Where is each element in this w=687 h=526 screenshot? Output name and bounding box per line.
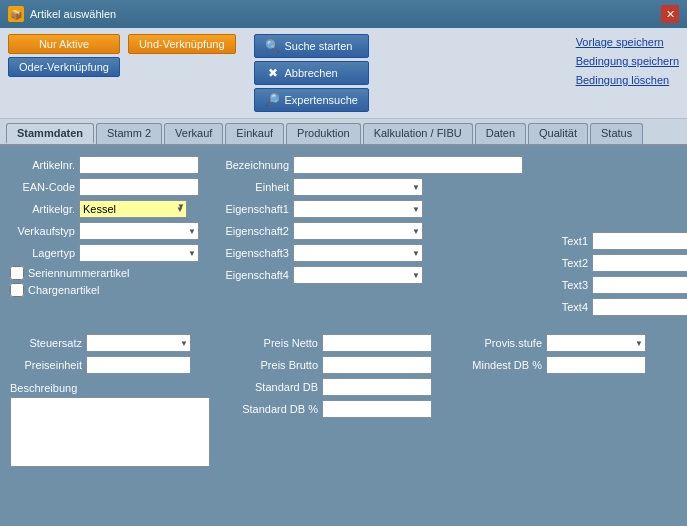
provis-stufe-label: Provis.stufe [470,337,542,349]
eigenschaft2-row: Eigenschaft2 [219,222,523,240]
expertensuche-button[interactable]: 🔎 Expertensuche [254,88,369,112]
text4-input[interactable] [592,298,687,316]
verkaufstyp-row: Verkaufstyp [10,222,199,240]
eigenschaft1-select[interactable] [293,200,423,218]
tab-einkauf[interactable]: Einkauf [225,123,284,144]
preiseinheit-row: Preiseinheit [10,356,210,374]
tab-daten[interactable]: Daten [475,123,526,144]
lagertyp-select[interactable] [79,244,199,262]
toolbar-group-actions: 🔍 Suche starten ✖ Abbrechen 🔎 Expertensu… [254,34,369,112]
bedingung-loeschen-button[interactable]: Bedingung löschen [576,72,679,88]
standard-db-row: Standard DB [230,378,440,396]
eigenschaft3-select[interactable] [293,244,423,262]
preis-netto-input[interactable] [322,334,432,352]
expert-icon: 🔎 [265,92,281,108]
text1-label: Text1 [553,235,588,247]
preiseinheit-input[interactable] [86,356,191,374]
preiseinheit-label: Preiseinheit [10,359,82,371]
search-icon: 🔍 [265,38,281,54]
eancode-input[interactable] [79,178,199,196]
einheit-row: Einheit [219,178,523,196]
bezeichnung-input[interactable] [293,156,523,174]
right-column: Text1 Text2 Text3 Text4 [533,156,687,320]
eigenschaft1-label: Eigenschaft1 [219,203,289,215]
tab-stammdaten[interactable]: Stammdaten [6,123,94,144]
steuersatz-label: Steuersatz [10,337,82,349]
separator [10,326,677,334]
tab-stamm2[interactable]: Stamm 2 [96,123,162,144]
eancode-row: EAN-Code [10,178,199,196]
window-title: Artikel auswählen [30,8,116,20]
bottom-mid: Preis Netto Preis Brutto Standard DB Sta… [220,334,440,469]
artikelnr-input[interactable] [79,156,199,174]
beschreibung-section: Beschreibung [10,382,210,469]
text1-spacer2 [553,194,687,212]
verkaufstyp-select[interactable] [79,222,199,240]
oder-verknuepfung-button[interactable]: Oder-Verknüpfung [8,57,120,77]
tab-qualitaet[interactable]: Qualität [528,123,588,144]
app-icon: 📦 [8,6,24,22]
standard-db-label: Standard DB [230,381,318,393]
bezeichnung-row: Bezeichnung [219,156,523,174]
text2-input[interactable] [592,254,687,272]
main-content: Artikelnr. EAN-Code Artikelgr. ▼ Verkauf… [0,146,687,526]
standard-db-input[interactable] [322,378,432,396]
standard-db-pct-label: Standard DB % [230,403,318,415]
einheit-select[interactable] [293,178,423,196]
standard-db-pct-input[interactable] [322,400,432,418]
toolbar: Nur Aktive Oder-Verknüpfung Und-Verknüpf… [0,28,687,119]
preis-brutto-input[interactable] [322,356,432,374]
eigenschaft2-select[interactable] [293,222,423,240]
eigenschaft4-label: Eigenschaft4 [219,269,289,281]
tab-status[interactable]: Status [590,123,643,144]
text1-row: Text1 [553,232,687,250]
artikelgr-select-wrapper: ▼ [79,200,187,218]
abbrechen-button[interactable]: ✖ Abbrechen [254,61,369,85]
mid-column: Bezeichnung Einheit Eigenschaft1 [209,156,523,320]
tab-produktion[interactable]: Produktion [286,123,361,144]
beschreibung-textarea[interactable] [10,397,210,467]
left-column: Artikelnr. EAN-Code Artikelgr. ▼ Verkauf… [10,156,199,320]
text1-input[interactable] [592,232,687,250]
eancode-label: EAN-Code [10,181,75,193]
text4-row: Text4 [553,298,687,316]
text3-input[interactable] [592,276,687,294]
beschreibung-label: Beschreibung [10,382,210,394]
bedingung-speichern-button[interactable]: Bedingung speichern [576,53,679,69]
nur-aktive-button[interactable]: Nur Aktive [8,34,120,54]
text3-row: Text3 [553,276,687,294]
artikelgr-row: Artikelgr. ▼ [10,200,199,218]
tab-kalkulation[interactable]: Kalkulation / FIBU [363,123,473,144]
bottom-section: Steuersatz Preiseinheit Beschreibung Pre [10,334,677,469]
steuersatz-select[interactable] [86,334,191,352]
mindest-db-input[interactable] [546,356,646,374]
provis-stufe-select[interactable] [546,334,646,352]
artikelnr-label: Artikelnr. [10,159,75,171]
tab-verkauf[interactable]: Verkauf [164,123,223,144]
eigenschaft3-row: Eigenschaft3 [219,244,523,262]
und-verknuepfung-button[interactable]: Und-Verknüpfung [128,34,236,54]
verkaufstyp-wrapper [79,222,199,240]
bottom-left: Steuersatz Preiseinheit Beschreibung [10,334,210,469]
suche-starten-button[interactable]: 🔍 Suche starten [254,34,369,58]
lagertyp-row: Lagertyp [10,244,199,262]
cancel-icon: ✖ [265,65,281,81]
close-button[interactable]: ✕ [661,5,679,23]
eigenschaft3-label: Eigenschaft3 [219,247,289,259]
verkaufstyp-label: Verkaufstyp [10,225,75,237]
mindest-db-label: Mindest DB % [470,359,542,371]
vorlage-speichern-button[interactable]: Vorlage speichern [576,34,679,50]
toolbar-group-left: Nur Aktive Oder-Verknüpfung [8,34,120,77]
artikelgr-label: Artikelgr. [10,203,75,215]
eigenschaft4-row: Eigenschaft4 [219,266,523,284]
bezeichnung-label: Bezeichnung [219,159,289,171]
lagertyp-wrapper [79,244,199,262]
text3-label: Text3 [553,279,588,291]
seriennummer-checkbox[interactable] [10,266,24,280]
titlebar: 📦 Artikel auswählen ✕ [0,0,687,28]
provis-stufe-row: Provis.stufe [470,334,646,352]
chargen-row: Chargenartikel [10,283,199,297]
eigenschaft4-select[interactable] [293,266,423,284]
chargen-checkbox[interactable] [10,283,24,297]
artikelgr-input[interactable] [79,200,187,218]
